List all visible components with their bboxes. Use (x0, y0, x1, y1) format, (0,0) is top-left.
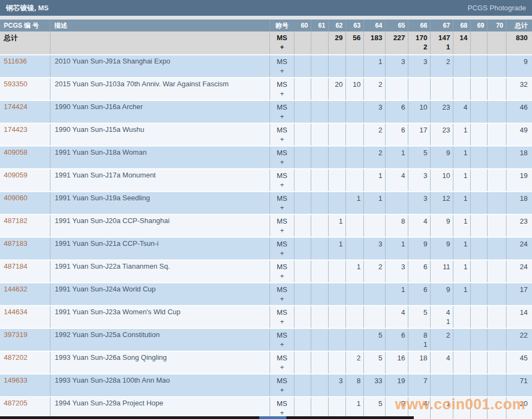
grade-65-cell: 3 (385, 261, 408, 282)
grade-69-cell (470, 55, 487, 77)
header-grade-70: 70 (487, 20, 506, 31)
pcgs-number-link[interactable]: 487205 (4, 399, 27, 407)
grade-63-cell (345, 283, 363, 305)
grade-61-cell (311, 169, 328, 191)
grade-60-cell (294, 215, 311, 237)
pcgs-number-link[interactable]: 409058 (4, 148, 27, 156)
grade-70-cell (487, 192, 506, 214)
grade-66-cell: 9 (408, 238, 430, 259)
pcgs-number-link[interactable]: 144632 (4, 285, 27, 293)
grade-63-cell: 10 (345, 78, 363, 100)
grade-63-cell (345, 55, 363, 77)
description-cell: 2015 Yuan Sun-J103a 70th Anniv. War Agai… (50, 78, 270, 100)
pcgs-number-link[interactable]: 409060 (4, 194, 27, 202)
grade-69-cell (470, 238, 487, 259)
grade-65-cell: 4 (385, 306, 408, 328)
grade-60-cell (294, 329, 311, 351)
grade-61-cell (311, 352, 328, 373)
description-cell: 1990 Yuan Sun-J16a Archer (50, 101, 270, 123)
grade-62-cell: 1 (328, 238, 345, 259)
grade-69-cell (470, 192, 487, 214)
grade-62-cell: 20 (328, 78, 345, 100)
grade-63-cell: 8 (345, 374, 363, 396)
row-total-cell: 32 (506, 78, 532, 100)
photograde-link[interactable]: PCGS Photograde (467, 4, 526, 12)
grade-60-cell (294, 352, 311, 373)
grade-65-cell: 1 (385, 147, 408, 168)
totals-row: 总计MS+29561832271702147114830 (0, 31, 532, 54)
grade-67-cell: 1471 (430, 31, 453, 54)
row-total-cell: 24 (506, 261, 532, 282)
grade-70-cell (487, 261, 506, 282)
grade-65-cell: 6 (385, 329, 408, 351)
grade-67-cell: 9 (430, 283, 453, 305)
pcgs-number-link[interactable]: 511636 (4, 57, 27, 65)
row-total-cell: 19 (506, 169, 532, 191)
grade-65-cell: 6 (385, 101, 408, 123)
grade-66-cell: 3 (408, 55, 430, 77)
grade-61-cell (311, 374, 328, 396)
description-cell: 1991 Yuan Sun-J20a CCP-Shanghai (50, 215, 270, 237)
table-row: 4090591991 Yuan Sun-J17a MonumentMS+1431… (0, 168, 532, 191)
pcgs-number-link[interactable]: 409059 (4, 171, 27, 179)
grade-69-cell (470, 306, 487, 328)
grade-62-cell (328, 261, 345, 282)
grade-66-cell: 3 (408, 192, 430, 214)
pcgs-number-link[interactable]: 144634 (4, 308, 27, 316)
pcgs-number-link[interactable]: 593350 (4, 80, 27, 88)
grade-62-cell (328, 397, 345, 419)
description-cell: 1991 Yuan Sun-J18a Woman (50, 147, 270, 168)
page-title: 钢芯镀镍, MS (6, 3, 49, 13)
header-grade-65: 65 (385, 20, 408, 31)
grade-64-cell: 2 (363, 78, 385, 100)
grade-60-cell (294, 397, 311, 419)
grade-68-cell (453, 78, 470, 100)
grade-61-cell (311, 101, 328, 123)
grade-69-cell (470, 261, 487, 282)
header-grade-68: 68 (453, 20, 470, 31)
pcgs-number-link[interactable]: 487183 (4, 239, 27, 247)
table-row: 4872051994 Yuan Sun-J29a Project HopeMS+… (0, 396, 532, 419)
pcgs-number-cell: 487183 (0, 238, 50, 259)
designation-cell: MS+ (270, 78, 294, 100)
panel-titlebar: 钢芯镀镍, MS PCGS Photograde (0, 0, 532, 16)
description-cell: 1993 Yuan Sun-J26a Song Qingling (50, 352, 270, 373)
grade-63-cell (345, 306, 363, 328)
grade-70-cell (487, 147, 506, 168)
designation-cell: MS+ (270, 192, 294, 214)
row-total-cell: 22 (506, 329, 532, 351)
grade-67-cell (430, 78, 453, 100)
grade-62-cell (328, 306, 345, 328)
grade-68-cell: 1 (453, 192, 470, 214)
pcgs-number-cell: 174424 (0, 101, 50, 123)
grade-67-cell: 10 (430, 169, 453, 191)
pcgs-number-link[interactable]: 487182 (4, 217, 27, 225)
grade-62-cell (328, 169, 345, 191)
grade-61-cell (311, 397, 328, 419)
grade-69-cell (470, 329, 487, 351)
pcgs-number-link[interactable]: 487202 (4, 353, 27, 361)
pcgs-number-link[interactable]: 397319 (4, 331, 27, 339)
pcgs-number-link[interactable]: 487184 (4, 262, 27, 270)
pcgs-number-link[interactable]: 174423 (4, 125, 27, 134)
pcgs-number-link[interactable]: 149633 (4, 376, 27, 384)
row-total-cell: 24 (506, 238, 532, 259)
grade-67-cell (430, 374, 453, 396)
grade-60-cell (294, 147, 311, 168)
table-row: 1446321991 Yuan Sun-J24a World CupMS+169… (0, 282, 532, 305)
grade-61-cell (311, 78, 328, 100)
grade-65-cell: 1 (385, 238, 408, 259)
grade-64-cell: 3 (363, 238, 385, 259)
grade-65-cell: 19 (385, 374, 408, 396)
designation-cell: MS+ (270, 329, 294, 351)
grade-63-cell: 2 (345, 352, 363, 373)
grade-60-cell (294, 238, 311, 259)
pcgs-number-link[interactable]: 174424 (4, 103, 27, 111)
grade-65-cell (385, 78, 408, 100)
pcgs-number-cell: 409059 (0, 169, 50, 191)
row-total-cell: 9 (506, 55, 532, 77)
row-total-cell: 45 (506, 352, 532, 373)
table-row: 4090581991 Yuan Sun-J18a WomanMS+2159118 (0, 145, 532, 168)
table-row: 5933502015 Yuan Sun-J103a 70th Anniv. Wa… (0, 77, 532, 100)
grade-66-cell: 7 (408, 374, 430, 396)
